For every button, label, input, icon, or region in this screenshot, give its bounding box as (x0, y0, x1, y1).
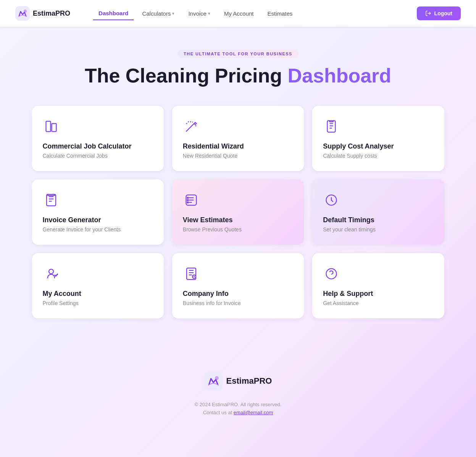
svg-rect-0 (15, 6, 30, 21)
nav-item-invoice[interactable]: Invoice ▾ (183, 7, 216, 20)
building-icon (43, 118, 60, 135)
card-subtitle: Set your clean timings (323, 226, 433, 233)
card-title: Help & Support (323, 290, 433, 298)
card-title: Commercial Job Calculator (43, 142, 153, 150)
chevron-down-icon: ▾ (208, 11, 210, 16)
card-supply-cost-analyser[interactable]: Supply Cost Analyser Calculate Supply co… (312, 106, 444, 171)
cards-grid: Commercial Job Calculator Calculate Comm… (32, 106, 444, 318)
navbar: EstimaPRO Dashboard Calculators ▾ Invoic… (0, 0, 476, 27)
help-icon (323, 265, 340, 282)
chevron-down-icon: ▾ (172, 11, 174, 16)
card-title: Company Info (183, 290, 293, 298)
card-subtitle: Get Assistance (323, 300, 433, 306)
svg-point-1 (24, 10, 27, 13)
svg-rect-4 (52, 124, 56, 132)
card-subtitle: Generate Invoice for your Clients (43, 226, 153, 233)
logout-button[interactable]: Logout (417, 6, 461, 20)
svg-point-27 (187, 202, 188, 203)
card-residential-wizard[interactable]: Residential Wizard New Residential Quote (172, 106, 304, 171)
card-title: Invoice Generator (43, 216, 153, 224)
card-company-info[interactable]: Company Info Business info for Invoice (172, 253, 304, 318)
card-subtitle: Calculate Commercial Jobs (43, 153, 153, 159)
nav-item-my-account[interactable]: My Account (219, 7, 259, 20)
brand-logo-link[interactable]: EstimaPRO (15, 6, 70, 21)
svg-line-15 (192, 122, 193, 123)
nav-item-calculators[interactable]: Calculators ▾ (137, 7, 180, 20)
logout-icon (425, 10, 431, 16)
card-default-timings[interactable]: Default Timings Set your clean timings (312, 179, 444, 245)
card-commercial-job-calculator[interactable]: Commercial Job Calculator Calculate Comm… (32, 106, 164, 171)
user-icon (43, 265, 60, 282)
footer-contact: Contact us at email@email.com (8, 410, 468, 415)
svg-rect-16 (328, 121, 336, 132)
footer-brand-icon (204, 372, 223, 390)
card-subtitle: Business info for Invoice (183, 300, 293, 306)
footer-copyright: © 2024 EstimaPRO. All rights reserved. (8, 402, 468, 407)
card-subtitle: Calculate Supply costs (323, 153, 433, 159)
card-title: My Account (43, 290, 153, 298)
navbar-actions: Logout (417, 6, 461, 20)
svg-point-25 (187, 197, 188, 199)
footer-email-link[interactable]: email@email.com (234, 410, 273, 415)
card-my-account[interactable]: My Account Profile Settings (32, 253, 164, 318)
svg-point-37 (215, 376, 218, 380)
hero-title: The Cleaning Pricing Dashboard (32, 65, 444, 87)
hero-title-part2: Dashboard (288, 65, 392, 87)
brand-icon (15, 6, 30, 21)
svg-line-10 (186, 124, 194, 132)
card-invoice-generator[interactable]: Invoice Generator Generate Invoice for y… (32, 179, 164, 245)
svg-point-34 (326, 269, 337, 279)
clipboard-icon (323, 118, 340, 135)
card-view-estimates[interactable]: View Estimates Browse Previous Quotes (172, 179, 304, 245)
wand-icon (183, 118, 200, 135)
svg-rect-36 (204, 372, 223, 390)
list-icon (183, 192, 200, 208)
invoice-icon (43, 192, 60, 208)
company-icon (183, 265, 200, 282)
main-content: THE ULTIMATE TOOL FOR YOUR BUSINESS The … (24, 27, 452, 349)
card-title: Residential Wizard (183, 142, 293, 150)
hero-title-part1: The Cleaning Pricing (85, 65, 288, 87)
card-title: Supply Cost Analyser (323, 142, 433, 150)
main-nav: Dashboard Calculators ▾ Invoice ▾ My Acc… (93, 7, 417, 20)
hero-section: THE ULTIMATE TOOL FOR YOUR BUSINESS The … (32, 50, 444, 87)
hero-badge: THE ULTIMATE TOOL FOR YOUR BUSINESS (177, 50, 299, 58)
svg-point-29 (49, 269, 53, 274)
brand-name: EstimaPRO (33, 10, 70, 18)
card-title: View Estimates (183, 216, 293, 224)
footer-brand-name: EstimaPRO (226, 376, 272, 386)
card-subtitle: Browse Previous Quotes (183, 226, 293, 233)
nav-item-estimates[interactable]: Estimates (262, 7, 298, 20)
card-help-support[interactable]: Help & Support Get Assistance (312, 253, 444, 318)
svg-point-26 (187, 200, 188, 201)
svg-rect-20 (47, 194, 56, 206)
nav-item-dashboard[interactable]: Dashboard (93, 7, 134, 20)
card-subtitle: New Residential Quote (183, 153, 293, 159)
footer-logo: EstimaPRO (8, 372, 468, 390)
card-subtitle: Profile Settings (43, 300, 153, 306)
footer: EstimaPRO © 2024 EstimaPRO. All rights r… (0, 349, 476, 431)
card-title: Default Timings (323, 216, 433, 224)
clock-icon (323, 192, 340, 208)
